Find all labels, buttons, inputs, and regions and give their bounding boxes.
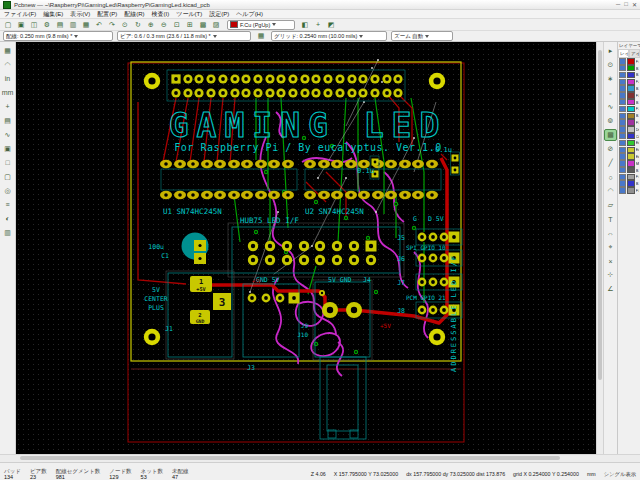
add-footprint-tool-button[interactable]: ▫ xyxy=(604,87,617,99)
maximize-button[interactable]: □ xyxy=(624,1,628,8)
layer-row[interactable]: F.Fab xyxy=(618,187,640,194)
polar-coords-button[interactable]: ◠ xyxy=(2,59,14,70)
menu-item[interactable]: ツール(T) xyxy=(176,10,202,19)
layer-row[interactable]: B.Adhes xyxy=(618,72,640,79)
add-arc-tool-button[interactable]: ◠ xyxy=(604,185,617,197)
delete-tool-button[interactable]: × xyxy=(604,255,617,267)
layer-row[interactable]: B.Paste xyxy=(618,85,640,92)
layer-selector[interactable]: F.Cu (PgUp) xyxy=(227,20,295,30)
add-text-tool-button[interactable]: T xyxy=(604,213,617,225)
layer-visibility-checkbox[interactable] xyxy=(619,58,626,65)
layer-row[interactable]: Dwgs.User xyxy=(618,126,640,133)
layer-row[interactable]: F.Adhes xyxy=(618,78,640,85)
find-button[interactable]: ⊙ xyxy=(119,19,131,30)
add-line-tool-button[interactable]: ╱ xyxy=(604,157,617,169)
tracks-sketch-button[interactable]: ≡ xyxy=(2,199,14,210)
add-polygon-tool-button[interactable]: ▱ xyxy=(604,199,617,211)
footprint-viewer-button[interactable]: ▨ xyxy=(210,19,222,30)
menu-item[interactable]: 検査(I) xyxy=(152,10,170,19)
add-target-tool-button[interactable]: ⌖ xyxy=(604,241,617,253)
layer-visibility-checkbox[interactable] xyxy=(619,99,626,106)
new-board-button[interactable]: ▢ xyxy=(2,19,14,30)
track-width-select[interactable]: 配線: 0.250 mm (9.8 mils) * xyxy=(3,31,113,41)
3d-viewer-button[interactable]: ◩ xyxy=(325,19,337,30)
add-circle-tool-button[interactable]: ○ xyxy=(604,171,617,183)
grid-toggle-button[interactable]: ▦ xyxy=(2,45,14,56)
pcb-canvas[interactable]: GAMING LED For Raspberry Pi / By eucalyp… xyxy=(16,42,596,454)
layer-row[interactable]: F.CrtYd xyxy=(618,174,640,181)
menu-item[interactable]: 設定(P) xyxy=(209,10,229,19)
measure-tool-button[interactable]: ∠ xyxy=(604,283,617,295)
vertical-scrollbar[interactable] xyxy=(596,42,603,454)
ratsnest-mode-button[interactable]: ∿ xyxy=(2,129,14,140)
zoom-selection-button[interactable]: ⊞ xyxy=(184,19,196,30)
footprint-editor-button[interactable]: ▩ xyxy=(197,19,209,30)
add-dimension-tool-button[interactable]: ⇔ xyxy=(604,227,617,239)
layers-panel-tab[interactable]: アイテム xyxy=(629,49,640,57)
layer-visibility-checkbox[interactable] xyxy=(619,72,626,79)
menu-item[interactable]: 配置(P) xyxy=(97,10,117,19)
route-track-tool-button[interactable]: ∿ xyxy=(604,101,617,113)
plot-button[interactable]: ▦ xyxy=(80,19,92,30)
menu-item[interactable]: ファイル(F) xyxy=(4,10,36,19)
layer-visibility-checkbox[interactable] xyxy=(619,106,626,113)
layer-row[interactable]: B.SilkS xyxy=(618,99,640,106)
layer-row[interactable]: Eco1.User xyxy=(618,140,640,147)
layer-row[interactable]: B.Cu xyxy=(618,65,640,72)
local-ratsnest-tool-button[interactable]: ∗ xyxy=(604,73,617,85)
layer-row[interactable]: B.Fab xyxy=(618,180,640,187)
cursor-shape-button[interactable]: + xyxy=(2,101,14,112)
layer-visibility-checkbox[interactable] xyxy=(619,119,626,126)
layer-visibility-checkbox[interactable] xyxy=(619,79,626,86)
layer-row[interactable]: F.Paste xyxy=(618,92,640,99)
menu-item[interactable]: 配線(R) xyxy=(124,10,144,19)
layer-visibility-checkbox[interactable] xyxy=(619,126,626,133)
layer-visibility-checkbox[interactable] xyxy=(619,85,626,92)
minimize-button[interactable]: ─ xyxy=(616,1,620,8)
save-button[interactable]: ◫ xyxy=(28,19,40,30)
horizontal-scrollbar[interactable] xyxy=(16,455,596,462)
layer-visibility-checkbox[interactable] xyxy=(619,92,626,99)
board-setup-button[interactable]: ⚙ xyxy=(41,19,53,30)
select-tool-button[interactable]: ▸ xyxy=(604,45,617,57)
zone-outline-button[interactable]: ▢ xyxy=(2,171,14,182)
menu-item[interactable]: ヘルプ(H) xyxy=(236,10,263,19)
layer-visibility-checkbox[interactable] xyxy=(619,160,626,167)
zone-hide-button[interactable]: □ xyxy=(2,157,14,168)
highlight-net-tool-button[interactable]: ⊙ xyxy=(604,59,617,71)
grid-select[interactable]: グリッド: 0.2540 mm (10.00 mils) xyxy=(271,31,387,41)
ratsnest-show-button[interactable]: ▤ xyxy=(2,115,14,126)
zoom-select[interactable]: ズーム 自動 xyxy=(391,31,453,41)
horizontal-scrollbar-thumb[interactable] xyxy=(20,456,560,460)
refresh-button[interactable]: ↻ xyxy=(132,19,144,30)
undo-button[interactable]: ↶ xyxy=(93,19,105,30)
layer-visibility-checkbox[interactable] xyxy=(619,140,626,147)
footprint-mode-button[interactable]: ◧ xyxy=(299,19,311,30)
zoom-fit-button[interactable]: ⊡ xyxy=(171,19,183,30)
zoom-out-button[interactable]: ⊖ xyxy=(158,19,170,30)
menu-item[interactable]: 表示(V) xyxy=(70,10,90,19)
units-inch-button[interactable]: in xyxy=(2,73,14,84)
layer-row[interactable]: F.Mask xyxy=(618,119,640,126)
layer-row[interactable]: F.SilkS xyxy=(618,106,640,113)
zone-show-button[interactable]: ▣ xyxy=(2,143,14,154)
layers-manager-button[interactable]: ▥ xyxy=(2,227,14,238)
layer-visibility-checkbox[interactable] xyxy=(619,65,626,72)
via-size-select[interactable]: ビア: 0.6 / 0.3 mm (23.6 / 11.8 mils) * xyxy=(117,31,251,41)
layer-visibility-checkbox[interactable] xyxy=(619,113,626,120)
layer-visibility-checkbox[interactable] xyxy=(619,167,626,174)
add-via-tool-button[interactable]: ⊚ xyxy=(604,115,617,127)
menu-item[interactable]: 編集(E) xyxy=(43,10,63,19)
layer-row[interactable]: F.Cu xyxy=(618,58,640,65)
close-button[interactable]: ✕ xyxy=(632,1,637,8)
grid-style-icon[interactable]: ▦ xyxy=(255,31,267,42)
layer-visibility-checkbox[interactable] xyxy=(619,147,626,154)
layers-panel-tab[interactable]: レイヤー xyxy=(618,49,629,57)
open-board-button[interactable]: ▣ xyxy=(15,19,27,30)
layer-visibility-checkbox[interactable] xyxy=(619,133,626,140)
high-contrast-button[interactable]: ◐ xyxy=(2,213,14,224)
pads-sketch-button[interactable]: ◎ xyxy=(2,185,14,196)
zoom-in-button[interactable]: ⊕ xyxy=(145,19,157,30)
layer-row[interactable]: Cmts.User xyxy=(618,133,640,140)
layer-visibility-checkbox[interactable] xyxy=(619,153,626,160)
